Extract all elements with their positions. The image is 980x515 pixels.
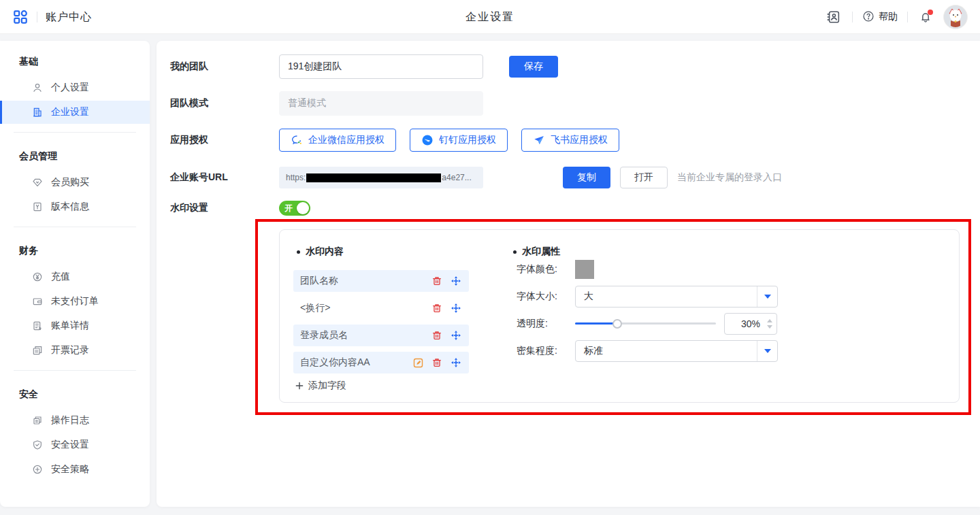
- sidebar-item-label: 版本信息: [51, 201, 89, 213]
- app-grid-icon[interactable]: [12, 9, 29, 25]
- yen-circle-icon: [32, 271, 43, 282]
- top-header: 账户中心 企业设置 帮助: [0, 0, 980, 34]
- sidebar-item-member-purchase[interactable]: 会员购买: [0, 171, 150, 194]
- wallet-icon: [32, 296, 43, 307]
- team-mode-label: 团队模式: [170, 97, 279, 110]
- sidebar-section-membership: 会员管理: [0, 141, 150, 169]
- save-button[interactable]: 保存: [509, 56, 558, 78]
- help-label: 帮助: [879, 11, 898, 23]
- wecom-auth-label: 企业微信应用授权: [308, 134, 385, 146]
- sidebar-item-label: 开票记录: [51, 344, 89, 356]
- watermark-item-line-break[interactable]: <换行>: [293, 297, 469, 319]
- dingtalk-auth-button[interactable]: 钉钉应用授权: [410, 129, 508, 152]
- watermark-item-login-member[interactable]: 登录成员名: [293, 325, 469, 346]
- font-color-swatch[interactable]: [575, 260, 594, 279]
- opacity-spinner[interactable]: 30%: [724, 313, 777, 335]
- main-content: 我的团队 保存 团队模式 应用授权 企业微信应用授权: [157, 41, 980, 507]
- plus-icon: [295, 381, 304, 391]
- question-circle-icon: [862, 10, 875, 24]
- toggle-state-label: 开: [284, 203, 293, 214]
- watermark-item-label: 登录成员名: [300, 329, 424, 342]
- watermark-properties-title: 水印属性: [510, 245, 945, 259]
- notifications-bell-icon[interactable]: [917, 9, 934, 25]
- spinner-down-icon[interactable]: [767, 325, 772, 329]
- delete-trash-icon[interactable]: [431, 356, 443, 369]
- feishu-auth-label: 飞书应用授权: [551, 134, 608, 146]
- delete-trash-icon[interactable]: [431, 302, 443, 314]
- sidebar-item-label: 充值: [51, 271, 70, 283]
- drag-move-icon[interactable]: [450, 275, 462, 287]
- notification-red-dot: [928, 10, 933, 15]
- watermark-properties-column: 水印属性 字体颜色: 字体大小: 大 透明度:: [510, 245, 945, 367]
- sidebar-item-recharge[interactable]: 充值: [0, 265, 150, 288]
- address-book-icon[interactable]: [825, 8, 843, 26]
- sidebar-item-enterprise-settings[interactable]: 企业设置: [0, 101, 150, 124]
- sidebar-section-basic: 基础: [0, 46, 150, 75]
- help-button[interactable]: 帮助: [862, 10, 898, 24]
- header-divider: [852, 12, 853, 22]
- drag-move-icon[interactable]: [450, 302, 462, 314]
- edit-pencil-icon[interactable]: [412, 356, 424, 369]
- invoice-copy-icon: [32, 345, 43, 356]
- sidebar-item-security-policy[interactable]: 安全策略: [0, 458, 150, 481]
- font-size-select[interactable]: 大: [575, 286, 778, 308]
- watermark-settings-label: 水印设置: [170, 202, 279, 214]
- sidebar-nav: 基础 个人设置 企业设置 会员管理 会员购买: [0, 41, 150, 507]
- font-color-label: 字体颜色:: [510, 263, 575, 276]
- sidebar-item-bill-details[interactable]: 账单详情: [0, 314, 150, 337]
- sidebar-item-label: 操作日志: [51, 414, 89, 427]
- sidebar-item-label: 安全策略: [51, 463, 89, 476]
- watermark-item-custom-content[interactable]: 自定义你内容AA: [293, 352, 469, 373]
- dingtalk-icon: [421, 134, 434, 146]
- team-mode-input: [279, 91, 483, 116]
- sidebar-section-finance: 财务: [0, 235, 150, 264]
- user-avatar[interactable]: [943, 5, 968, 29]
- watermark-toggle[interactable]: 开: [279, 201, 310, 216]
- sidebar-item-invoice-records[interactable]: 开票记录: [0, 339, 150, 362]
- add-field-label: 添加字段: [308, 380, 346, 392]
- drag-move-icon[interactable]: [450, 329, 462, 342]
- version-doc-icon: [32, 201, 43, 212]
- sidebar-item-label: 未支付订单: [51, 295, 99, 308]
- bill-doc-icon: [32, 320, 43, 331]
- copy-url-button[interactable]: 复制: [563, 167, 610, 188]
- slider-knob[interactable]: [612, 319, 622, 329]
- plus-circle-icon: [32, 464, 43, 475]
- redaction-bar: [306, 173, 441, 182]
- watermark-item-label: 自定义你内容AA: [300, 356, 405, 369]
- sidebar-item-label: 安全设置: [51, 439, 89, 451]
- feishu-auth-button[interactable]: 飞书应用授权: [521, 129, 619, 152]
- url-hint-text: 当前企业专属的登录入口: [677, 171, 782, 184]
- font-size-value: 大: [576, 290, 757, 303]
- wecom-auth-button[interactable]: 企业微信应用授权: [279, 129, 396, 152]
- sidebar-item-unpaid-orders[interactable]: 未支付订单: [0, 290, 150, 313]
- delete-trash-icon[interactable]: [431, 329, 443, 342]
- watermark-item-team-name[interactable]: 团队名称: [293, 270, 469, 292]
- delete-trash-icon[interactable]: [431, 275, 443, 287]
- header-divider: [907, 12, 908, 22]
- watermark-panel: 水印内容 团队名称: [279, 229, 960, 403]
- sidebar-item-operation-logs[interactable]: 操作日志: [0, 409, 150, 432]
- feishu-icon: [533, 134, 545, 146]
- sidebar-item-personal-settings[interactable]: 个人设置: [0, 76, 150, 99]
- sidebar-item-label: 个人设置: [51, 82, 89, 94]
- open-url-button[interactable]: 打开: [620, 167, 668, 188]
- drag-move-icon[interactable]: [450, 356, 462, 369]
- annotation-highlight-box: 水印内容 团队名称: [255, 219, 971, 415]
- team-name-input[interactable]: [279, 54, 483, 79]
- dingtalk-auth-label: 钉钉应用授权: [439, 134, 496, 146]
- sidebar-item-version-info[interactable]: 版本信息: [0, 195, 150, 218]
- sidebar-divider: [14, 370, 136, 371]
- spinner-up-icon[interactable]: [767, 319, 772, 322]
- sidebar-item-label: 企业设置: [51, 106, 89, 118]
- sidebar-item-security-settings[interactable]: 安全设置: [0, 433, 150, 456]
- building-icon: [32, 107, 43, 118]
- chevron-down-icon: [757, 286, 777, 307]
- opacity-slider[interactable]: [575, 313, 716, 335]
- add-field-button[interactable]: 添加字段: [293, 379, 497, 393]
- shield-check-icon: [32, 439, 43, 450]
- url-prefix: https:: [286, 173, 306, 182]
- density-select[interactable]: 标准: [575, 340, 778, 362]
- header-divider: [37, 12, 37, 22]
- diamond-icon: [32, 177, 43, 188]
